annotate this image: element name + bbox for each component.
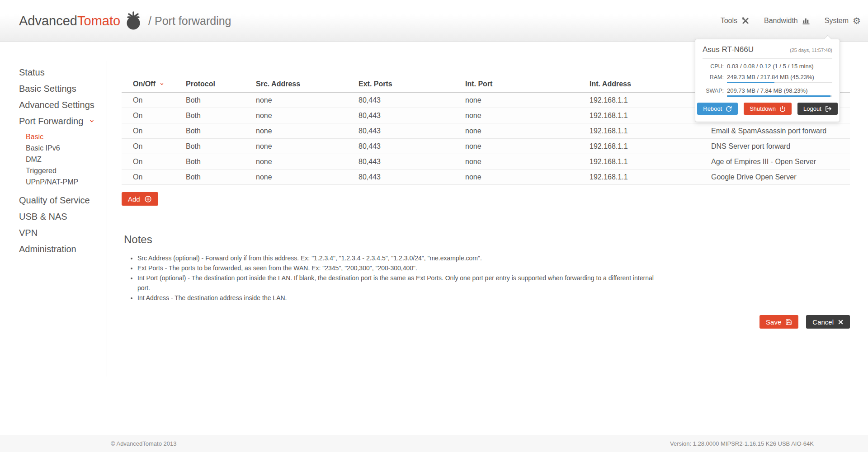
ram-progress-bar [727,82,832,83]
sidebar-item-label: VPN [19,225,38,241]
sidebar-item-administration[interactable]: Administration [0,241,107,257]
cell-onoff: On [122,173,175,181]
reboot-button[interactable]: Reboot [697,103,738,115]
sidebar-subitem-dmz[interactable]: DMZ [0,154,107,165]
note-item: Src Address (optional) - Forward only if… [137,253,666,263]
logout-button-label: Logout [803,105,821,112]
form-actions: Save Cancel [122,315,850,329]
cell-int-port: none [454,127,578,135]
sidebar-item-port-forwarding[interactable]: Port Forwarding [0,113,107,129]
cell-int-port: none [454,96,578,104]
plus-circle-icon [144,195,152,203]
ram-label: RAM: [703,74,724,80]
sidebar-item-usb-nas[interactable]: USB & NAS [0,208,107,225]
menu-tools[interactable]: Tools [721,17,750,25]
add-button-label: Add [128,195,140,203]
add-button[interactable]: Add [122,192,158,206]
sidebar-item-label: Advanced Settings [19,97,94,113]
close-icon [838,319,844,325]
logo[interactable]: AdvancedTomato [19,11,148,30]
cell-ext-ports: 80,443 [347,158,454,166]
save-button[interactable]: Save [760,315,798,329]
footer: © AdvancedTomato 2013 Version: 1.28.0000… [0,435,868,452]
column-header-int-address[interactable]: Int. Address [578,80,700,88]
column-header-onoff[interactable]: On/Off [122,80,175,88]
table-row[interactable]: On Both none 80,443 none 192.168.1.1 Age… [122,154,850,170]
cell-description: Age of Empires III - Open Server [700,158,850,166]
cpu-value: 0.03 / 0.08 / 0.12 (1 / 5 / 15 mins) [727,63,832,70]
swap-progress-bar [727,95,832,97]
wrench-icon [741,17,750,25]
table-row[interactable]: On Both none 80,443 none 192.168.1.1 DNS… [122,139,850,154]
ram-stat: RAM: 249.73 MB / 217.84 MB (45.23%) [703,74,832,83]
cell-int-port: none [454,112,578,120]
table-row[interactable]: On Both none 80,443 none 192.168.1.1 Ema… [122,123,850,139]
sidebar-item-label: Port Forwarding [19,113,83,129]
device-name: Asus RT-N66U [703,45,754,54]
cell-int-address: 192.168.1.1 [578,96,700,104]
sort-chevron-icon [159,82,165,86]
sidebar-item-label: Quality of Service [19,192,90,208]
cell-protocol: Both [175,173,245,181]
notes-list: Src Address (optional) - Forward only if… [124,253,666,303]
cancel-button[interactable]: Cancel [806,315,850,329]
version: Version: 1.28.0000 MIPSR2-1.16.15 K26 US… [670,435,814,452]
cell-ext-ports: 80,443 [347,173,454,181]
cpu-label: CPU: [703,63,724,70]
sidebar-subitem-upnp-nat-pmp[interactable]: UPnP/NAT-PMP [0,176,107,188]
cell-src-address: none [245,142,347,151]
column-header-src-address[interactable]: Src. Address [245,80,347,88]
cell-src-address: none [245,96,347,104]
cancel-button-label: Cancel [812,318,834,326]
power-icon [779,106,786,112]
note-item: Int Address - The destination address in… [137,293,666,303]
menu-bandwidth[interactable]: Bandwidth [764,17,810,25]
logout-button[interactable]: Logout [797,103,838,115]
cell-description: Google Drive Open Server [700,173,850,181]
column-header-label: Int. Port [465,80,492,88]
column-header-ext-ports[interactable]: Ext. Ports [347,80,454,88]
cell-ext-ports: 80,443 [347,127,454,135]
sidebar-subitem-basic[interactable]: Basic [0,131,107,142]
sidebar-item-basic-settings[interactable]: Basic Settings [0,80,107,97]
sidebar-subitem-triggered[interactable]: Triggered [0,165,107,176]
ram-value: 249.73 MB / 217.84 MB (45.23%) [727,74,832,80]
panel-header: Asus RT-N66U (25 days, 11:57:40) [703,45,832,59]
reboot-button-label: Reboot [703,105,722,112]
tomato-icon [125,11,142,30]
logout-icon [825,105,832,112]
panel-buttons: Reboot Shutdown Logout [703,103,832,115]
column-header-int-port[interactable]: Int. Port [454,80,578,88]
sidebar-item-label: Basic Settings [19,80,76,97]
save-button-label: Save [766,318,781,326]
logo-text-advanced: Advanced [19,14,77,28]
sidebar-item-status[interactable]: Status [0,64,107,80]
menu-system-label: System [825,17,849,25]
cell-int-address: 192.168.1.1 [578,173,700,181]
cell-protocol: Both [175,142,245,151]
cell-src-address: none [245,158,347,166]
cell-int-address: 192.168.1.1 [578,158,700,166]
cell-int-port: none [454,142,578,151]
sidebar-item-vpn[interactable]: VPN [0,225,107,241]
copyright: © AdvancedTomato 2013 [111,435,176,452]
cell-onoff: On [122,96,175,104]
cell-onoff: On [122,127,175,135]
cell-ext-ports: 80,443 [347,112,454,120]
column-header-label: Src. Address [256,80,300,88]
swap-label: SWAP: [703,87,724,94]
column-header-protocol[interactable]: Protocol [175,80,245,88]
cell-int-port: none [454,173,578,181]
table-row[interactable]: On Both none 80,443 none 192.168.1.1 Goo… [122,170,850,185]
sidebar-item-label: Status [19,64,45,80]
sidebar-item-advanced-settings[interactable]: Advanced Settings [0,97,107,113]
sidebar-item-quality-of-service[interactable]: Quality of Service [0,192,107,208]
menu-system[interactable]: System ⚙ [825,16,861,25]
menu-bandwidth-label: Bandwidth [764,17,798,25]
cell-src-address: none [245,127,347,135]
shutdown-button[interactable]: Shutdown [744,103,792,115]
logo-text-tomato: Tomato [77,14,120,28]
cell-onoff: On [122,112,175,120]
sidebar-subitem-basic-ipv6[interactable]: Basic IPv6 [0,142,107,154]
cell-protocol: Both [175,158,245,166]
